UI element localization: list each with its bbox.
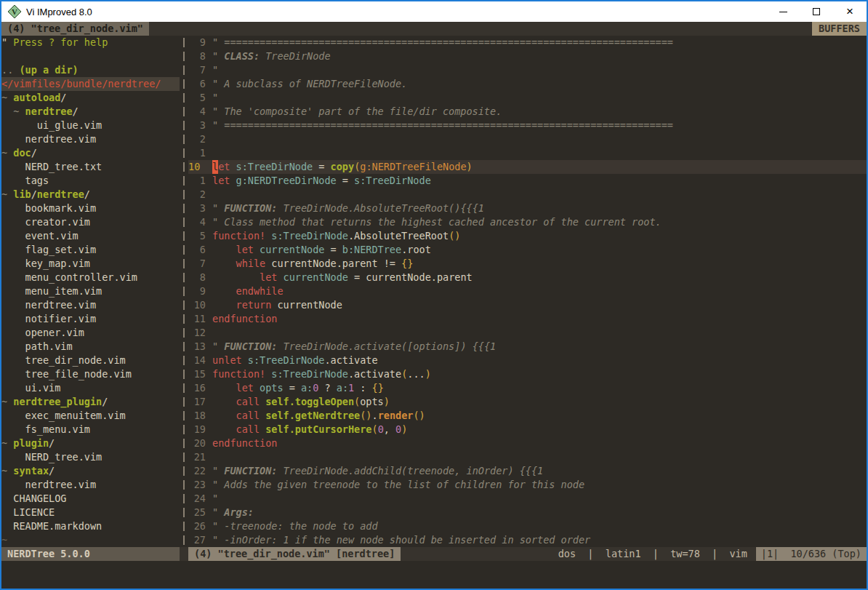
- title-bar: V Vi IMproved 8.0 ×: [1, 1, 867, 22]
- code-line[interactable]: 8" CLASS: TreeDirNode: [188, 49, 867, 63]
- tree-row[interactable]: .. (up a dir): [1, 63, 180, 77]
- separator-bar-icon: [180, 63, 188, 77]
- tree-root-path[interactable]: </vimfiles/bundle/nerdtree/: [1, 77, 180, 91]
- separator-bar-icon: [180, 450, 188, 464]
- code-line[interactable]: 2: [188, 132, 867, 146]
- tab-buffers[interactable]: BUFFERS: [812, 22, 867, 36]
- minimize-button[interactable]: [766, 1, 800, 22]
- tree-row[interactable]: ~ nerdtree/: [1, 105, 180, 119]
- tree-row[interactable]: ui.vim: [1, 381, 180, 395]
- code-line[interactable]: 3" FUNCTION: TreeDirNode.AbsoluteTreeRoo…: [188, 202, 867, 215]
- tree-row[interactable]: tags: [1, 174, 180, 188]
- code-line[interactable]: 23" Adds the given treenode to the list …: [188, 478, 867, 492]
- tree-row[interactable]: bookmark.vim: [1, 202, 180, 215]
- code-line[interactable]: 2: [188, 188, 867, 202]
- svg-text:V: V: [12, 7, 17, 16]
- tree-row[interactable]: fs_menu.vim: [1, 423, 180, 436]
- code-line[interactable]: 10 return currentNode: [188, 298, 867, 312]
- code-line[interactable]: 9 endwhile: [188, 284, 867, 298]
- tree-row[interactable]: ~ doc/: [1, 146, 180, 160]
- code-line[interactable]: 20endfunction: [188, 436, 867, 450]
- tree-row[interactable]: LICENCE: [1, 506, 180, 519]
- code-line[interactable]: 18 call self.getNerdtree().render(): [188, 409, 867, 423]
- line-number: 7: [188, 63, 206, 77]
- separator-bar-icon: [180, 215, 188, 229]
- code-line[interactable]: 19 call self.putCursorHere(0, 0): [188, 423, 867, 436]
- code-line[interactable]: 4" Class method that returns the highest…: [188, 215, 867, 229]
- code-line[interactable]: 4" The 'composite' part of the file/dir …: [188, 105, 867, 119]
- line-number: 1: [188, 174, 206, 188]
- tree-row[interactable]: ui_glue.vim: [1, 119, 180, 132]
- tree-row[interactable]: README.markdown: [1, 519, 180, 533]
- separator-bar-icon: [180, 423, 188, 436]
- tree-row[interactable]: tree_file_node.vim: [1, 367, 180, 381]
- tree-row[interactable]: " Press ? for help: [1, 36, 180, 49]
- tree-row[interactable]: CHANGELOG: [1, 492, 180, 506]
- close-button[interactable]: ×: [833, 1, 867, 22]
- tree-row[interactable]: ~ nerdtree_plugin/: [1, 395, 180, 409]
- tree-row[interactable]: menu_controller.vim: [1, 271, 180, 284]
- tree-row[interactable]: nerdtree.vim: [1, 132, 180, 146]
- code-line[interactable]: 14unlet s:TreeDirNode.activate: [188, 354, 867, 367]
- code-line[interactable]: 21: [188, 450, 867, 464]
- code-line[interactable]: 17 call self.toggleOpen(opts): [188, 395, 867, 409]
- code-line[interactable]: 6" A subclass of NERDTreeFileNode.: [188, 77, 867, 91]
- line-number: 9: [188, 36, 206, 49]
- code-line[interactable]: 24": [188, 492, 867, 506]
- code-line[interactable]: 5function! s:TreeDirNode.AbsoluteTreeRoo…: [188, 229, 867, 243]
- window-separator[interactable]: [180, 36, 188, 547]
- code-line[interactable]: 7": [188, 63, 867, 77]
- tree-row[interactable]: nerdtree.vim: [1, 478, 180, 492]
- tree-row[interactable]: event.vim: [1, 229, 180, 243]
- line-number: 2: [188, 132, 206, 146]
- tree-row[interactable]: ~ autoload/: [1, 91, 180, 105]
- code-line[interactable]: 25" Args:: [188, 506, 867, 519]
- tree-row[interactable]: key_map.vim: [1, 257, 180, 271]
- code-line[interactable]: 15function! s:TreeDirNode.activate(...): [188, 367, 867, 381]
- main-area: " Press ? for help.. (up a dir)</vimfile…: [1, 36, 867, 547]
- code-line[interactable]: 6 let currentNode = b:NERDTree.root: [188, 243, 867, 257]
- code-line-cursor[interactable]: 10let s:TreeDirNode = copy(g:NERDTreeFil…: [188, 160, 867, 174]
- tree-row[interactable]: ~ plugin/: [1, 436, 180, 450]
- code-line[interactable]: 3" =====================================…: [188, 119, 867, 132]
- tree-row[interactable]: path.vim: [1, 340, 180, 354]
- tree-row[interactable]: opener.vim: [1, 326, 180, 340]
- tree-row[interactable]: flag_set.vim: [1, 243, 180, 257]
- tree-row[interactable]: tree_dir_node.vim: [1, 354, 180, 367]
- tree-row[interactable]: [1, 49, 180, 63]
- code-line[interactable]: 22" FUNCTION: TreeDirNode.addChild(treen…: [188, 464, 867, 478]
- tree-row[interactable]: ~ syntax/: [1, 464, 180, 478]
- code-line[interactable]: 27" -inOrder: 1 if the new node should b…: [188, 533, 867, 547]
- tab-active-buffer[interactable]: (4) "tree_dir_node.vim": [1, 22, 149, 36]
- code-line[interactable]: 7 while currentNode.parent != {}: [188, 257, 867, 271]
- line-number: 4: [188, 105, 206, 119]
- code-line[interactable]: 11endfunction: [188, 312, 867, 326]
- line-number: 27: [188, 533, 206, 547]
- separator-bar-icon: [180, 49, 188, 63]
- tree-row[interactable]: notifier.vim: [1, 312, 180, 326]
- separator-bar-icon: [180, 271, 188, 284]
- tree-row[interactable]: ~: [1, 533, 180, 547]
- code-line[interactable]: 1: [188, 146, 867, 160]
- code-line[interactable]: 12: [188, 326, 867, 340]
- tree-row[interactable]: exec_menuitem.vim: [1, 409, 180, 423]
- code-line[interactable]: 16 let opts = a:0 ? a:1 : {}: [188, 381, 867, 395]
- maximize-button[interactable]: [800, 1, 833, 22]
- command-line-area[interactable]: [1, 561, 867, 589]
- code-line[interactable]: 1let g:NERDTreeDirNode = s:TreeDirNode: [188, 174, 867, 188]
- tree-row[interactable]: menu_item.vim: [1, 284, 180, 298]
- code-line[interactable]: 8 let currentNode = currentNode.parent: [188, 271, 867, 284]
- code-line[interactable]: 9" =====================================…: [188, 36, 867, 49]
- separator-bar-icon: [180, 367, 188, 381]
- line-number: 9: [188, 284, 206, 298]
- editor-pane[interactable]: 9" =====================================…: [188, 36, 867, 547]
- tree-row[interactable]: ~ lib/nerdtree/: [1, 188, 180, 202]
- code-line[interactable]: 13" FUNCTION: TreeDirNode.activate([opti…: [188, 340, 867, 354]
- tree-row[interactable]: NERD_tree.txt: [1, 160, 180, 174]
- tree-row[interactable]: creator.vim: [1, 215, 180, 229]
- tree-row[interactable]: nerdtree.vim: [1, 298, 180, 312]
- line-number: 16: [188, 381, 206, 395]
- code-line[interactable]: 5": [188, 91, 867, 105]
- tree-row[interactable]: NERD_tree.vim: [1, 450, 180, 464]
- code-line[interactable]: 26" -treenode: the node to add: [188, 519, 867, 533]
